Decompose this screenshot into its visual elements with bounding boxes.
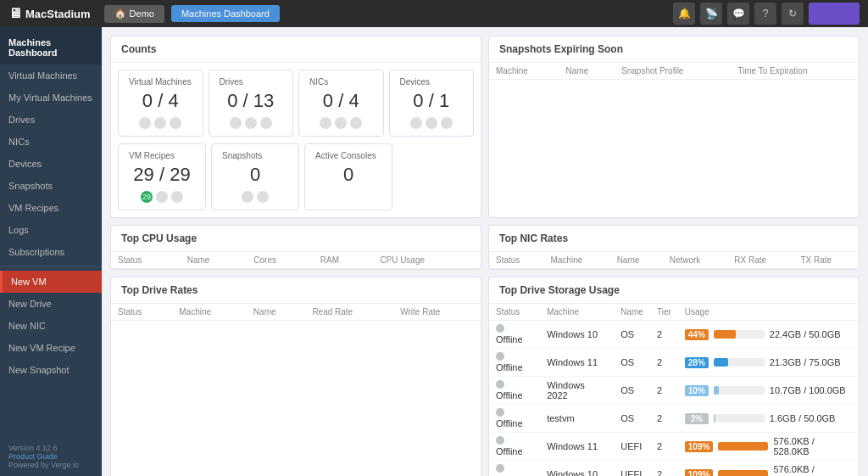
top-row: Counts Virtual Machines 0 / 4 Drives	[110, 36, 860, 218]
drives-label: Drives	[220, 77, 283, 87]
ds-usage: 28% 21.3GB / 75.0GB	[678, 349, 859, 377]
bell-icon[interactable]: 🔔	[673, 3, 695, 25]
sidebar-item-logs[interactable]: Logs	[0, 219, 102, 241]
cpu-title: Top CPU Usage	[111, 226, 481, 252]
logo-icon: 🖥	[8, 6, 22, 21]
usage-bar-bg	[714, 386, 765, 395]
help-icon[interactable]: ?	[754, 3, 776, 25]
ds-status: Offline	[489, 461, 540, 477]
demo-tab-label: Demo	[130, 8, 154, 19]
devices-dot-3	[441, 117, 453, 129]
sidebar-item-my-virtual-machines[interactable]: My Virtual Machines	[0, 87, 102, 109]
sidebar-item-vm-recipes[interactable]: VM Recipes	[0, 197, 102, 219]
count-active-consoles: Active Consoles 0	[304, 143, 392, 210]
table-row: Offline Windows 10 UEFI 2 109% 576.0KB /…	[489, 461, 859, 477]
vm-dot-1	[139, 117, 151, 129]
sidebar-item-new-vm[interactable]: New VM	[0, 271, 102, 293]
usage-bar-bg	[714, 358, 765, 367]
usage-label: 44%	[685, 329, 709, 340]
sidebar-item-new-vm-recipe[interactable]: New VM Recipe	[0, 337, 102, 359]
vm-recipes-dot-2	[156, 191, 168, 203]
nic-col-name: Name	[610, 252, 663, 269]
nav-right: 🔔 📡 💬 ? ↻	[673, 3, 860, 25]
drive-storage-title: Top Drive Storage Usage	[489, 277, 859, 304]
snapshots-expiring-panel: Snapshots Expiring Soon Machine Name Sna…	[488, 36, 860, 218]
dr-col-machine: Machine	[172, 304, 247, 321]
table-row: Offline Windows 11 OS 2 28% 21.3GB / 75.…	[489, 349, 859, 377]
sidebar-item-snapshots[interactable]: Snapshots	[0, 175, 102, 197]
sidebar-title: Machines Dashboard	[0, 27, 102, 64]
nics-dot-1	[320, 117, 331, 129]
ds-machine: Windows 11	[540, 349, 614, 377]
dr-col-read: Read Rate	[305, 304, 393, 321]
nic-col-rx: RX Rate	[727, 252, 793, 269]
counts-grid: Virtual Machines 0 / 4 Drives 0 / 13	[111, 63, 481, 143]
sidebar-item-new-snapshot[interactable]: New Snapshot	[0, 359, 102, 381]
sidebar-footer: Version 4.12.6 Product Guide Powered by …	[0, 437, 102, 476]
count-nics: NICs 0 / 4	[298, 70, 384, 137]
dr-col-status: Status	[111, 304, 172, 321]
ds-col-machine: Machine	[540, 304, 614, 321]
nav-tab-machines-dashboard[interactable]: Machines Dashboard	[171, 5, 280, 22]
ds-tier: 2	[650, 349, 678, 377]
drive-rates-panel: Top Drive Rates Status Machine Name Read…	[110, 277, 481, 476]
status-dot	[496, 380, 504, 389]
drive-row: Top Drive Rates Status Machine Name Read…	[110, 277, 860, 476]
usage-bar-fill	[714, 386, 719, 395]
dr-col-name: Name	[247, 304, 306, 321]
rss-icon[interactable]: 📡	[700, 3, 722, 25]
ds-status: Offline	[489, 405, 540, 433]
usage-label: 109%	[685, 469, 713, 477]
ds-status: Offline	[489, 377, 540, 405]
sidebar-item-new-drive[interactable]: New Drive	[0, 293, 102, 315]
sidebar-item-drives[interactable]: Drives	[0, 109, 102, 131]
ds-col-tier: Tier	[650, 304, 678, 321]
refresh-icon[interactable]: ↻	[782, 3, 804, 25]
cpu-col-status: Status	[111, 252, 181, 269]
nic-col-tx: TX Rate	[793, 252, 859, 269]
usage-bar-wrap: 44% 22.4GB / 50.0GB	[685, 329, 852, 340]
ds-machine: Windows 11	[540, 433, 614, 461]
sidebar-item-new-nic[interactable]: New NIC	[0, 315, 102, 337]
col-snapshot-profile: Snapshot Profile	[615, 63, 731, 80]
snapshots-value: 0	[222, 164, 288, 186]
vm-value: 0 / 4	[129, 90, 192, 112]
ds-usage: 109% 576.0KB / 528.0KB	[678, 461, 859, 477]
nic-col-network: Network	[663, 252, 728, 269]
product-guide-link[interactable]: Product Guide	[8, 452, 93, 461]
middle-row: Top CPU Usage Status Name Cores RAM CPU …	[110, 225, 860, 270]
ds-tier: 2	[650, 433, 678, 461]
count-drives: Drives 0 / 13	[209, 70, 294, 137]
vm-recipes-value: 29 / 29	[129, 164, 195, 186]
chat-icon[interactable]: 💬	[727, 3, 749, 25]
ds-name: OS	[614, 321, 650, 349]
counts-title: Counts	[111, 36, 481, 63]
ds-col-usage: Usage	[678, 304, 859, 321]
devices-label: Devices	[400, 77, 464, 87]
devices-dot-1	[410, 117, 422, 129]
devices-value: 0 / 1	[400, 90, 464, 112]
usage-bar-fill	[714, 414, 715, 423]
nics-dot-3	[350, 117, 362, 129]
usage-label: 3%	[685, 413, 709, 424]
sidebar-item-subscriptions[interactable]: Subscriptions	[0, 241, 102, 263]
vm-label: Virtual Machines	[129, 77, 192, 87]
nav-tab-demo[interactable]: 🏠 Demo	[104, 5, 164, 23]
active-consoles-value: 0	[315, 164, 381, 186]
user-menu[interactable]	[809, 3, 860, 25]
vm-dot-3	[170, 117, 181, 129]
ds-col-name: Name	[614, 304, 650, 321]
nics-dot-2	[335, 117, 347, 129]
sidebar-item-nics[interactable]: NICs	[0, 131, 102, 153]
active-consoles-label: Active Consoles	[315, 151, 381, 160]
drive-rates-title: Top Drive Rates	[111, 277, 481, 304]
sidebar-item-devices[interactable]: Devices	[0, 153, 102, 175]
table-row: Offline Windows 11 UEFI 2 109% 576.0KB /…	[489, 433, 859, 461]
main-layout: Machines Dashboard Virtual Machines My V…	[0, 27, 868, 476]
usage-bar-fill	[718, 442, 768, 451]
count-snapshots: Snapshots 0	[211, 143, 299, 210]
usage-bar-bg	[714, 414, 765, 423]
nic-panel: Top NIC Rates Status Machine Name Networ…	[488, 225, 860, 270]
sidebar-item-virtual-machines[interactable]: Virtual Machines	[0, 64, 102, 87]
counts-grid-2: VM Recipes 29 / 29 29 Snapshots 0	[111, 143, 481, 217]
